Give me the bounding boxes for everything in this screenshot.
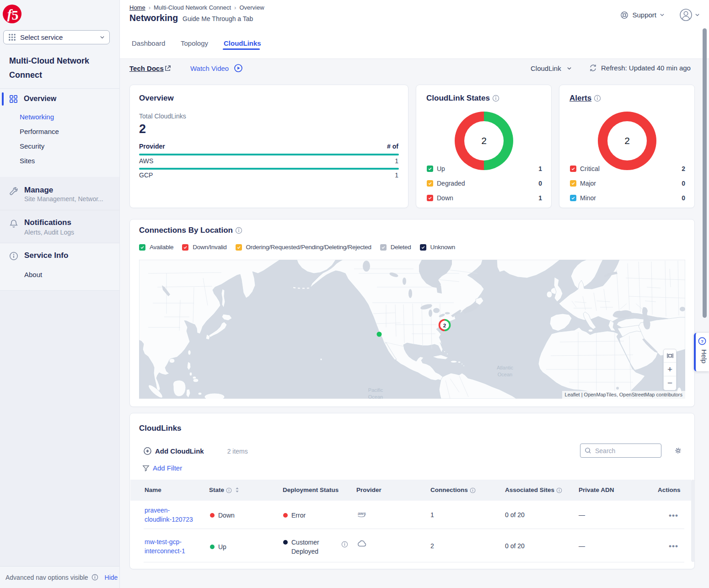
svg-text:aws: aws: [358, 511, 366, 516]
svg-text:Pacific: Pacific: [368, 387, 383, 393]
svg-text:?: ?: [701, 339, 704, 344]
svg-text:2: 2: [443, 323, 446, 328]
svg-text:Ocean: Ocean: [498, 372, 512, 377]
svg-text:Ocean: Ocean: [368, 394, 383, 399]
svg-text:5: 5: [11, 7, 18, 23]
svg-text:Atlantic: Atlantic: [497, 365, 514, 370]
